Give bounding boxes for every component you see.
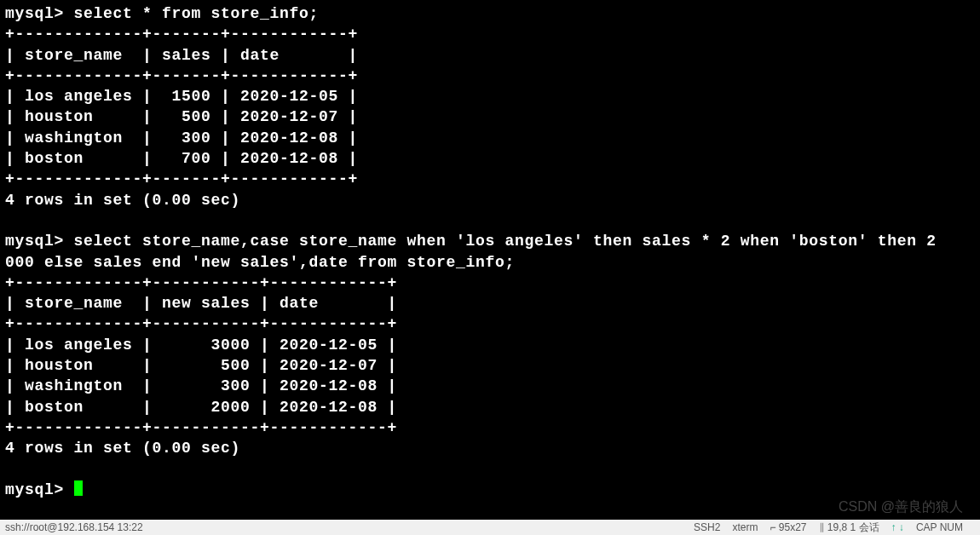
table-row: | washington | 300 | 2020-12-08 | xyxy=(5,129,358,147)
terminal-cursor[interactable] xyxy=(74,480,83,496)
table-row: | los angeles | 1500 | 2020-12-05 | xyxy=(5,88,358,105)
status-arrows-icon: ↑ ↓ xyxy=(891,521,904,533)
mysql-prompt: mysql> xyxy=(5,5,74,22)
table-row: | washington | 300 | 2020-12-08 | xyxy=(5,377,397,394)
status-bar: ssh://root@192.168.154 13:22 SSH2 xterm … xyxy=(0,520,980,535)
table-border: +-------------+-----------+------------+ xyxy=(5,274,397,291)
status-connection: ssh://root@192.168.154 13:22 xyxy=(5,521,143,533)
table-border: +-------------+-------+------------+ xyxy=(5,26,358,43)
status-other: ∥ 19,8 1 会话 xyxy=(819,521,879,535)
table-row: | boston | 700 | 2020-12-08 | xyxy=(5,150,358,167)
query1-sql: select * from store_info; xyxy=(74,5,320,22)
table-header-row: | store_name | new sales | date | xyxy=(5,295,397,312)
table-row: | houston | 500 | 2020-12-07 | xyxy=(5,108,358,125)
status-ssh: SSH2 xyxy=(694,521,720,533)
table-row: | boston | 2000 | 2020-12-08 | xyxy=(5,399,397,416)
mysql-prompt: mysql> xyxy=(5,481,74,498)
mysql-prompt: mysql> xyxy=(5,233,74,250)
table-border: +-------------+-----------+------------+ xyxy=(5,419,397,436)
status-term: xterm xyxy=(732,521,758,533)
table-row: | houston | 500 | 2020-12-07 | xyxy=(5,357,397,374)
terminal-output[interactable]: mysql> select * from store_info; +------… xyxy=(0,0,980,503)
query2-sql-line1: select store_name,case store_name when '… xyxy=(74,233,937,250)
status-caps: CAP NUM xyxy=(916,521,963,533)
table-header-row: | store_name | sales | date | xyxy=(5,47,358,64)
table-border: +-------------+-------+------------+ xyxy=(5,67,358,84)
result-summary: 4 rows in set (0.00 sec) xyxy=(5,440,240,457)
table-border: +-------------+-----------+------------+ xyxy=(5,315,397,332)
table-row: | los angeles | 3000 | 2020-12-05 | xyxy=(5,337,397,354)
query2-sql-line2: 000 else sales end 'new sales',date from… xyxy=(5,254,515,271)
status-size: ⌐ 95x27 xyxy=(770,521,806,533)
result-summary: 4 rows in set (0.00 sec) xyxy=(5,192,240,209)
table-border: +-------------+-------+------------+ xyxy=(5,170,358,187)
